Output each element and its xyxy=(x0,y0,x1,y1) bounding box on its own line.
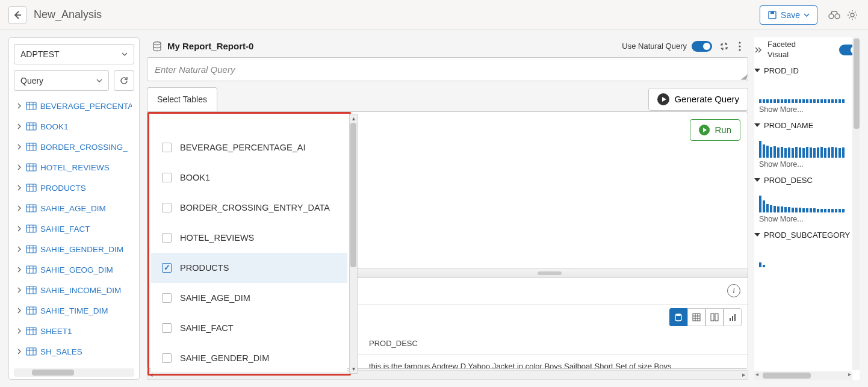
sidebar-table-item[interactable]: BOOK1 xyxy=(14,116,134,137)
checkbox[interactable] xyxy=(162,143,172,152)
select-table-item[interactable]: SAHIE_FACT xyxy=(151,313,347,343)
sidebar-table-item[interactable]: BEVERAGE_PERCENTA xyxy=(14,96,134,116)
sidebar-table-item[interactable]: SH_SALES xyxy=(14,341,134,362)
checkbox[interactable] xyxy=(162,173,172,182)
results-area: i xyxy=(351,278,748,368)
select-table-item[interactable]: BOOK1 xyxy=(151,163,347,193)
back-button[interactable] xyxy=(8,6,26,24)
svg-rect-1 xyxy=(770,11,774,14)
select-table-item[interactable]: SAHIE_AGE_DIM xyxy=(151,283,347,313)
sparkline-chart xyxy=(759,194,860,212)
select-tables-list: BEVERAGE_PERCENTAGE_AIBOOK1BORDER_CROSSI… xyxy=(151,116,347,373)
caret-right-icon xyxy=(16,103,22,109)
sidebar-table-item[interactable]: SAHIE_GEOG_DIM xyxy=(14,259,134,280)
sidebar-table-item[interactable]: SAHIE_INCOME_DIM xyxy=(14,280,134,300)
svg-rect-15 xyxy=(26,307,36,314)
facet-header[interactable]: PROD_ID xyxy=(754,66,860,75)
view-chart-button[interactable] xyxy=(724,308,742,326)
left-scrollbar-horizontal[interactable] xyxy=(14,368,134,377)
facet-header[interactable]: PROD_DESC xyxy=(754,176,860,185)
caret-down-icon xyxy=(754,69,760,72)
svg-rect-17 xyxy=(26,348,36,355)
right-scroll-thumb[interactable] xyxy=(854,39,860,129)
resize-handle-icon[interactable]: ◢ xyxy=(741,72,746,81)
facet-header[interactable]: PROD_SUBCATEGORY xyxy=(754,231,860,240)
info-icon[interactable]: i xyxy=(727,284,740,297)
show-more-link[interactable]: Show More... xyxy=(759,105,860,114)
database-select[interactable]: ADPTEST xyxy=(14,44,134,64)
column-header[interactable]: PROD_DESC xyxy=(351,339,748,348)
right-hscroll-thumb[interactable] xyxy=(763,373,811,379)
table-icon xyxy=(26,245,37,253)
table-row[interactable]: this is the famous Andrew D Yahoo Jacket… xyxy=(351,355,748,368)
natural-query-toggle[interactable] xyxy=(692,41,712,52)
checkbox[interactable] xyxy=(162,263,172,273)
generate-query-button[interactable]: Generate Query xyxy=(648,88,748,111)
select-table-item[interactable]: BEVERAGE_PERCENTAGE_AI xyxy=(151,132,347,163)
table-header-row: PROD_DESC xyxy=(351,332,748,355)
horizontal-split-handle[interactable] xyxy=(351,268,748,278)
select-table-item[interactable]: SAHIE_GENDER_DIM xyxy=(151,343,347,373)
svg-rect-16 xyxy=(26,327,36,335)
caret-down-icon xyxy=(122,52,128,56)
checkbox[interactable] xyxy=(162,233,172,243)
svg-point-4 xyxy=(851,13,854,17)
table-icon xyxy=(26,122,37,131)
sidebar-table-item[interactable]: SAHIE_AGE_DIM xyxy=(14,198,134,218)
select-table-item[interactable]: HOTEL_REVIEWS xyxy=(151,223,347,253)
checkbox[interactable] xyxy=(162,323,172,333)
view-table-button[interactable] xyxy=(687,308,705,326)
facet-header[interactable]: PROD_NAME xyxy=(754,121,860,130)
show-more-link[interactable]: Show More... xyxy=(759,215,860,223)
refresh-button[interactable] xyxy=(114,70,134,91)
natural-query-input[interactable]: Enter Natural Query ◢ xyxy=(147,57,748,81)
run-button[interactable]: Run xyxy=(690,119,740,141)
page-title: New_Analysis xyxy=(34,8,102,21)
show-more-link[interactable]: Show More... xyxy=(759,160,860,169)
refresh-icon xyxy=(119,76,129,85)
view-data-button[interactable] xyxy=(669,308,687,326)
checkbox[interactable] xyxy=(162,293,172,303)
sidebar-table-item[interactable]: SHEET1 xyxy=(14,321,134,341)
svg-point-22 xyxy=(675,314,681,316)
sidebar-table-item[interactable]: SAHIE_GENDER_DIM xyxy=(14,239,134,259)
facet-label: PROD_ID xyxy=(764,66,799,75)
table-icon xyxy=(26,184,37,192)
sidebar-table-item[interactable]: BORDER_CROSSING_ xyxy=(14,137,134,157)
caret-right-icon xyxy=(16,123,22,129)
gear-icon[interactable] xyxy=(845,8,860,22)
table-label: SAHIE_FACT xyxy=(40,224,90,234)
svg-rect-9 xyxy=(26,184,36,191)
select-tables-tab[interactable]: Select Tables xyxy=(147,87,217,111)
caret-right-icon xyxy=(16,267,22,273)
caret-right-icon xyxy=(16,164,22,170)
table-icon xyxy=(26,265,37,274)
table-icon xyxy=(26,163,37,172)
right-scrollbar-horizontal[interactable] xyxy=(754,371,852,380)
right-scrollbar-vertical[interactable] xyxy=(852,37,860,370)
kebab-menu-icon[interactable] xyxy=(736,42,743,51)
popup-scroll-thumb[interactable] xyxy=(350,123,356,267)
binoculars-icon[interactable] xyxy=(827,8,842,22)
collapse-right-icon[interactable] xyxy=(754,46,763,54)
sidebar-table-item[interactable]: SAHIE_FACT xyxy=(14,218,134,239)
scroll-up-icon[interactable]: ▴ xyxy=(350,114,357,123)
view-card-button[interactable] xyxy=(705,308,724,326)
checkbox[interactable] xyxy=(162,353,172,363)
svg-point-21 xyxy=(739,49,740,51)
query-select[interactable]: Query xyxy=(14,70,109,91)
tables-tree: BEVERAGE_PERCENTA BOOK1 BORDER_CROSSING_… xyxy=(14,96,134,362)
table-label: BOOK1 xyxy=(40,122,69,131)
sidebar-table-item[interactable]: PRODUCTS xyxy=(14,178,134,198)
svg-rect-13 xyxy=(26,266,36,273)
collapse-icon[interactable] xyxy=(717,42,731,51)
save-button[interactable]: Save xyxy=(760,5,817,25)
svg-rect-8 xyxy=(26,164,36,171)
select-table-item[interactable]: BORDER_CROSSING_ENTRY_DATA xyxy=(151,193,347,223)
sidebar-table-item[interactable]: SAHIE_TIME_DIM xyxy=(14,300,134,321)
checkbox[interactable] xyxy=(162,203,172,212)
table-icon xyxy=(26,224,37,233)
select-table-item[interactable]: PRODUCTS xyxy=(151,253,347,283)
facet-label: PROD_SUBCATEGORY xyxy=(764,231,850,240)
sidebar-table-item[interactable]: HOTEL_REVIEWS xyxy=(14,157,134,178)
